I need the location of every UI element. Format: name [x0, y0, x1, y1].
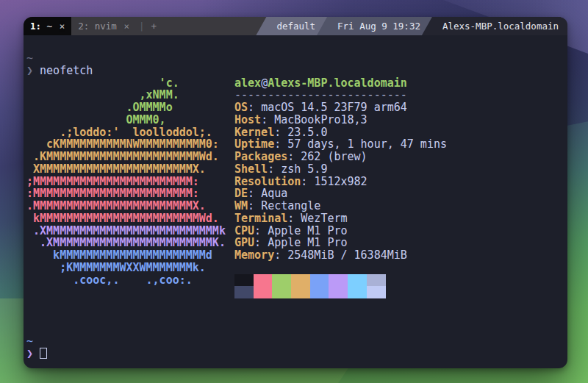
- tab-bar: 1: ~ × 2: nvim × | + default Fri Aug 9 1…: [24, 17, 567, 35]
- palette-swatch: [291, 286, 310, 298]
- tab-index: 1:: [30, 21, 41, 32]
- palette-swatch: [348, 274, 367, 287]
- palette-swatch: [329, 274, 348, 287]
- palette-swatch: [367, 286, 386, 298]
- info-row-gpu: GPU: Apple M1 Pro: [234, 237, 447, 249]
- neofetch-logo: 'c. ,xNMM. .OMMMMo OMMM0, .;loddo:' lool…: [26, 77, 226, 287]
- workspace-badge: default: [256, 17, 327, 35]
- palette-row-bright: [234, 286, 386, 298]
- palette-swatch: [234, 286, 254, 298]
- info-row-cpu: CPU: Apple M1 Pro: [234, 225, 447, 237]
- info-row-os: OS: macOS 14.5 23F79 arm64: [234, 101, 447, 114]
- info-at: @: [261, 76, 268, 90]
- tab-1-home[interactable]: 1: ~ ×: [24, 17, 71, 35]
- command-text: neofetch: [40, 64, 93, 77]
- palette-swatch: [367, 274, 386, 287]
- prompt-cwd: ~: [26, 52, 93, 65]
- logo-line: ;KMMMMMMMWXXWMMMMMMMk.: [26, 262, 226, 274]
- info-row-uptime: Uptime: 57 days, 1 hour, 47 mins: [234, 138, 447, 151]
- palette-swatch: [234, 274, 254, 287]
- logo-line: XMMMMMMMMMMMMMMMMMMMMMMMX.: [26, 163, 226, 176]
- logo-line: cKMMMMMMMMMMNWMMMMMMMMMM0:: [26, 138, 226, 151]
- previous-prompt: ~ ❯ neofetch: [26, 52, 93, 77]
- clock-label: Fri Aug 9 19:32: [337, 21, 420, 32]
- logo-line: :MMMMMMMMMMMMMMMMMMMMMMMM:: [26, 187, 226, 200]
- clock: Fri Aug 9 19:32: [317, 17, 432, 35]
- tab-separator: |: [136, 17, 148, 35]
- info-row-memory: Memory: 2548MiB / 16384MiB: [234, 249, 447, 262]
- logo-line: .OMMMMo: [26, 101, 226, 114]
- wezterm-window: 1: ~ × 2: nvim × | + default Fri Aug 9 1…: [24, 17, 567, 368]
- text-cursor: [40, 348, 47, 359]
- info-row-resolution: Resolution: 1512x982: [234, 176, 447, 188]
- info-separator: --------------------------: [234, 89, 447, 101]
- neofetch-info: alex@Alexs-MBP.localdomain -------------…: [234, 77, 447, 262]
- info-row-kernel: Kernel: 23.5.0: [234, 126, 447, 139]
- info-user: alex: [234, 76, 261, 90]
- info-row-host: Host: MacBookPro18,3: [234, 114, 447, 126]
- tab-title: nvim: [89, 21, 122, 32]
- prompt-symbol: ❯: [26, 64, 33, 77]
- logo-line: kMMMMMMMMMMMMMMMMMMMMMMd: [26, 249, 226, 262]
- info-row-terminal: Terminal: WezTerm: [234, 212, 447, 225]
- palette-swatch: [254, 274, 273, 287]
- info-title: alex@Alexs-MBP.localdomain: [234, 77, 447, 90]
- logo-line: OMMM0,: [26, 114, 226, 126]
- logo-line: ,xNMM.: [26, 89, 226, 101]
- logo-line: 'c.: [26, 77, 226, 90]
- palette-row-normal: [234, 274, 386, 287]
- logo-line: .cooc,. .,coo:.: [26, 274, 226, 287]
- tab-close-icon[interactable]: ×: [60, 21, 65, 32]
- palette-swatch: [348, 286, 367, 298]
- tab-title: ~: [41, 21, 58, 32]
- hostname-badge: Alexs-MBP.localdomain: [422, 17, 567, 35]
- logo-line: .MMMMMMMMMMMMMMMMMMMMMMMMX.: [26, 200, 226, 212]
- tab-close-icon[interactable]: ×: [123, 21, 129, 32]
- tab-2-nvim[interactable]: 2: nvim ×: [71, 17, 136, 35]
- status-area: default Fri Aug 9 19:32 Alexs-MBP.locald…: [256, 17, 567, 35]
- palette-swatch: [329, 286, 348, 298]
- hostname-label: Alexs-MBP.localdomain: [442, 21, 559, 32]
- logo-line: kMMMMMMMMMMMMMMMMMMMMMMMMWd.: [26, 212, 226, 225]
- logo-line: .KMMMMMMMMMMMMMMMMMMMMMMMWd.: [26, 151, 226, 163]
- prompt-cwd: ~: [26, 335, 47, 348]
- current-prompt: ~ ❯: [26, 335, 47, 360]
- new-tab-button[interactable]: +: [147, 17, 160, 35]
- info-row-shell: Shell: zsh 5.9: [234, 163, 447, 176]
- info-row-wm: WM: Rectangle: [234, 200, 447, 212]
- logo-line: .XMMMMMMMMMMMMMMMMMMMMMMMMMMk: [26, 225, 226, 237]
- palette-swatch: [272, 274, 291, 287]
- info-host: Alexs-MBP.localdomain: [268, 76, 407, 90]
- tab-index: 2:: [78, 21, 89, 32]
- color-palette: [234, 274, 386, 299]
- logo-line: .;loddo:' loolloddol;.: [26, 126, 226, 139]
- palette-swatch: [310, 274, 329, 287]
- workspace-label: default: [276, 21, 315, 32]
- palette-swatch: [310, 286, 329, 298]
- logo-line: ;MMMMMMMMMMMMMMMMMMMMMMMM:: [26, 176, 226, 188]
- prompt-symbol: ❯: [26, 347, 33, 360]
- palette-swatch: [272, 286, 291, 298]
- palette-swatch: [291, 274, 310, 287]
- palette-swatch: [254, 286, 273, 298]
- info-row-packages: Packages: 262 (brew): [234, 151, 447, 163]
- info-row-de: DE: Aqua: [234, 187, 447, 200]
- logo-line: .XMMMMMMMMMMMMMMMMMMMMMMMMK.: [26, 237, 226, 249]
